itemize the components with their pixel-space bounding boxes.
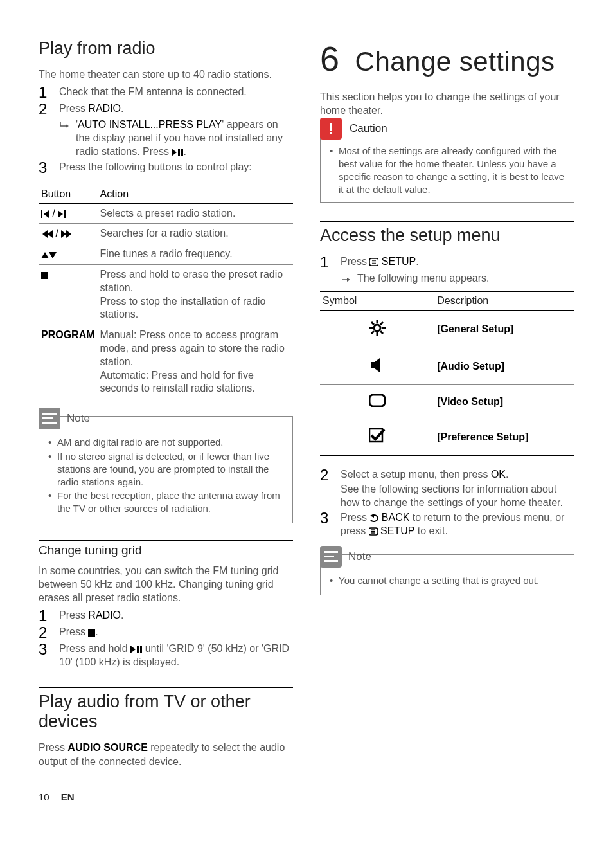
settings-intro: This section helps you to change the set… (320, 90, 574, 117)
access-step-1: 1 Press SETUP. The following menu appear… (320, 255, 574, 284)
caution-box: ! Caution Most of the settings are alrea… (320, 129, 574, 203)
program-button-label: PROGRAM (39, 325, 98, 399)
tuning-step-2: 2 Press . (39, 625, 293, 640)
tuning-intro: In some countries, you can switch the FM… (39, 564, 293, 604)
heading-play-audio-tv: Play audio from TV or other devices (39, 687, 293, 732)
result-arrow-icon (60, 118, 69, 158)
heading-access-setup-menu: Access the setup menu (320, 221, 574, 246)
audio-source-text: Press AUDIO SOURCE repeatedly to select … (39, 741, 293, 768)
stop-icon (88, 629, 95, 637)
up-down-icon (39, 244, 98, 265)
tuning-step-1: 1 Press RADIO. (39, 608, 293, 624)
setup-menu-table: SymbolDescription [General Setup] [Audio… (320, 291, 574, 456)
radio-step-1: 1 Check that the FM antenna is connected… (39, 85, 293, 100)
result-arrow-icon (342, 271, 351, 285)
caution-icon: ! (320, 118, 342, 140)
tuning-step-3: 3 Press and hold until 'GRID 9' (50 kHz)… (39, 642, 293, 669)
page-footer: 10 EN (39, 791, 293, 802)
heading-change-settings: 6Change settings (320, 39, 574, 78)
prev-next-icon: / (39, 203, 98, 224)
radio-note-box: Note AM and digital radio are not suppor… (39, 416, 293, 523)
settings-note-box: Note You cannot change a setting that is… (320, 554, 574, 595)
play-pause-icon (130, 646, 142, 653)
button-action-table: ButtonAction / Selects a preset radio st… (39, 185, 293, 400)
speaker-icon (320, 348, 434, 384)
heading-play-from-radio: Play from radio (39, 39, 293, 59)
rewind-forward-icon: / (39, 224, 98, 244)
note-icon (320, 546, 342, 568)
radio-step-2: 2 Press RADIO. 'AUTO INSTALL...PRESS PLA… (39, 102, 293, 158)
back-icon (369, 514, 378, 522)
access-step-2: 2 Select a setup menu, then press OK. Se… (320, 467, 574, 509)
play-pause-icon (172, 149, 183, 156)
checkbox-icon (320, 419, 434, 455)
note-icon (39, 408, 60, 429)
setup-icon (369, 258, 378, 266)
access-step-3: 3 Press BACK to return to the previous m… (320, 511, 574, 538)
gear-icon (320, 310, 434, 348)
setup-icon (369, 527, 378, 536)
screen-icon (320, 384, 434, 419)
heading-change-tuning-grid: Change tuning grid (39, 540, 293, 557)
radio-step-3: 3 Press the following buttons to control… (39, 160, 293, 176)
radio-intro: The home theater can store up to 40 radi… (39, 68, 293, 81)
stop-icon (39, 264, 98, 325)
